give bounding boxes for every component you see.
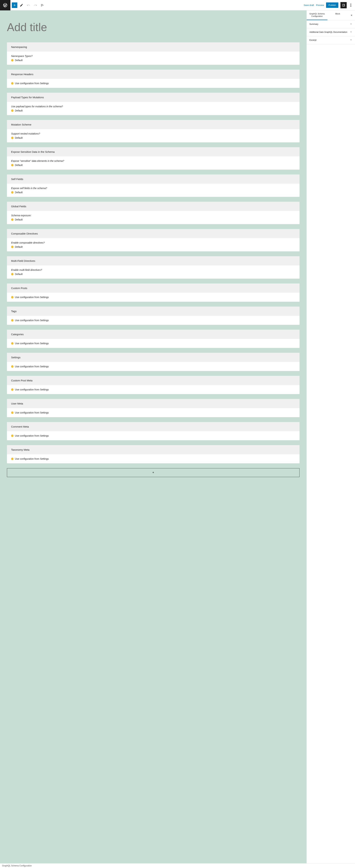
outline-icon — [41, 3, 44, 7]
sidebar-panel[interactable]: Excerpt — [307, 36, 355, 44]
config-block[interactable]: TagsUse configuration from Settings — [7, 307, 299, 325]
editor-canvas: NamespacingNamespace Types?DefaultRespon… — [0, 10, 307, 868]
status-dot-icon — [11, 296, 13, 299]
sidebar-panel[interactable]: Additional Gato GraphQL Documentation — [307, 28, 355, 36]
publish-button[interactable]: Publish — [326, 2, 339, 8]
svg-point-2 — [351, 6, 351, 7]
add-block-toolbar-button[interactable] — [12, 2, 17, 8]
settings-sidebar: GraphQL Schema Configuration Block Summa… — [307, 10, 355, 868]
block-body: Use payload types for mutations in the s… — [7, 102, 299, 115]
block-question: Enable multi-field directives? — [11, 269, 295, 271]
config-block[interactable]: Mutation SchemeSupport nested mutations?… — [7, 120, 299, 142]
config-block[interactable]: Global FieldsSchema exposure:Default — [7, 202, 299, 224]
config-block[interactable]: Response HeadersUse configuration from S… — [7, 70, 299, 88]
config-block[interactable]: Payload Types for MutationsUse payload t… — [7, 93, 299, 115]
status-dot-icon — [11, 191, 13, 193]
block-value: Use configuration from Settings — [11, 434, 295, 437]
config-block[interactable]: Custom Post MetaUse configuration from S… — [7, 376, 299, 394]
config-block[interactable]: Composable DirectivesEnable composable d… — [7, 229, 299, 251]
config-block[interactable]: Custom PostsUse configuration from Setti… — [7, 283, 299, 302]
post-title-input[interactable] — [7, 21, 299, 34]
status-dot-icon — [11, 246, 13, 248]
block-body: Use configuration from Settings — [7, 454, 299, 463]
block-header: Namespacing — [7, 42, 299, 52]
status-dot-icon — [11, 136, 13, 139]
status-dot-icon — [11, 435, 13, 437]
status-dot-icon — [11, 319, 13, 321]
config-block[interactable]: Taxonomy MetaUse configuration from Sett… — [7, 445, 299, 463]
config-block[interactable]: SettingsUse configuration from Settings — [7, 353, 299, 371]
main-area: NamespacingNamespace Types?DefaultRespon… — [0, 10, 355, 868]
redo-icon — [34, 3, 37, 7]
block-value-text: Use configuration from Settings — [15, 82, 49, 85]
status-dot-icon — [11, 389, 13, 391]
status-dot-icon — [11, 82, 13, 85]
edit-tool-button[interactable] — [19, 2, 24, 8]
block-value: Default — [11, 164, 295, 166]
block-body: Use configuration from Settings — [7, 79, 299, 88]
block-body: Expose "sensitive" data elements in the … — [7, 156, 299, 169]
config-block[interactable]: Expose Sensitive Data in the SchemaExpos… — [7, 147, 299, 169]
status-dot-icon — [11, 218, 13, 221]
block-header: Response Headers — [7, 70, 299, 79]
tab-document[interactable]: GraphQL Schema Configuration — [307, 10, 327, 20]
save-draft-button[interactable]: Save draft — [304, 4, 314, 6]
redo-button[interactable] — [33, 2, 38, 8]
block-value-text: Use configuration from Settings — [15, 388, 49, 391]
block-value: Use configuration from Settings — [11, 388, 295, 391]
block-value-text: Default — [15, 109, 23, 112]
chevron-down-icon — [350, 31, 352, 34]
status-dot-icon — [11, 110, 13, 112]
block-question: Expose "sensitive" data elements in the … — [11, 159, 295, 162]
tab-block[interactable]: Block — [327, 10, 348, 20]
block-value-text: Use configuration from Settings — [15, 296, 49, 299]
block-header: Composable Directives — [7, 229, 299, 238]
block-header: User Meta — [7, 399, 299, 408]
config-block[interactable]: Multi-Field DirectivesEnable multi-field… — [7, 256, 299, 279]
settings-toggle-button[interactable] — [341, 2, 347, 8]
kebab-icon — [351, 4, 351, 7]
config-block[interactable]: Self FieldsExpose self fields in the sch… — [7, 175, 299, 197]
chevron-down-icon — [350, 23, 352, 26]
block-header: Global Fields — [7, 202, 299, 211]
append-block-button[interactable]: + — [7, 468, 299, 477]
block-header: Payload Types for Mutations — [7, 93, 299, 102]
block-value: Default — [11, 191, 295, 194]
block-value-text: Use configuration from Settings — [15, 319, 49, 322]
block-value-text: Default — [15, 218, 23, 221]
block-body: Schema exposure:Default — [7, 211, 299, 224]
pencil-icon — [20, 3, 23, 7]
block-header: Settings — [7, 353, 299, 362]
config-block[interactable]: NamespacingNamespace Types?Default — [7, 42, 299, 65]
sidebar-icon — [342, 3, 345, 7]
block-question: Schema exposure: — [11, 214, 295, 217]
sidebar-tabs: GraphQL Schema Configuration Block — [307, 10, 355, 20]
block-header: Categories — [7, 330, 299, 339]
sidebar-close-button[interactable] — [348, 10, 355, 20]
config-block[interactable]: User MetaUse configuration from Settings — [7, 399, 299, 417]
breadcrumb-footer: GraphQL Schema Configuration — [0, 863, 355, 868]
status-dot-icon — [11, 365, 13, 368]
close-icon — [350, 14, 353, 17]
block-header: Taxonomy Meta — [7, 445, 299, 454]
config-block[interactable]: CategoriesUse configuration from Setting… — [7, 330, 299, 348]
config-block[interactable]: Comment MetaUse configuration from Setti… — [7, 422, 299, 440]
preview-button[interactable]: Preview — [316, 4, 324, 6]
status-dot-icon — [11, 59, 13, 61]
more-options-button[interactable] — [349, 2, 353, 8]
block-body: Support nested mutations?Default — [7, 129, 299, 142]
block-question: Use payload types for mutations in the s… — [11, 105, 295, 108]
wordpress-logo[interactable] — [0, 0, 10, 10]
status-dot-icon — [11, 273, 13, 275]
block-value: Default — [11, 245, 295, 248]
block-body: Use configuration from Settings — [7, 362, 299, 371]
sidebar-panel[interactable]: Summary — [307, 20, 355, 28]
block-value: Use configuration from Settings — [11, 82, 295, 85]
undo-button[interactable] — [26, 2, 31, 8]
block-value-text: Default — [15, 245, 23, 248]
block-header: Expose Sensitive Data in the Schema — [7, 147, 299, 156]
block-value: Default — [11, 218, 295, 221]
block-body: Use configuration from Settings — [7, 339, 299, 348]
block-question: Enable composable directives? — [11, 241, 295, 244]
document-outline-button[interactable] — [39, 2, 45, 8]
